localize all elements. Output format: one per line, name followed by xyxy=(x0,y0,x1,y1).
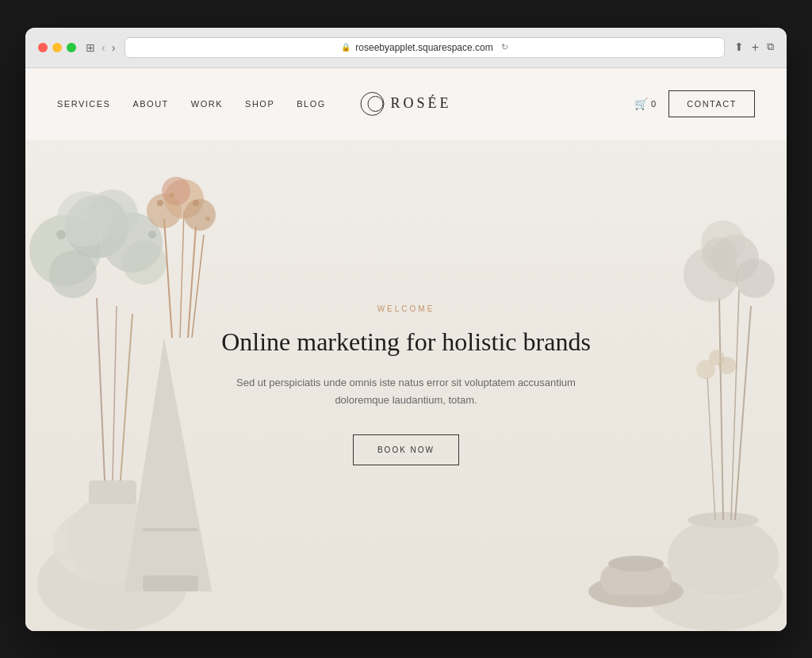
hero-headline: Online marketing for holistic brands xyxy=(216,326,596,359)
cart-button[interactable]: 🛒 0 xyxy=(634,98,656,110)
nav-about[interactable]: ABOUT xyxy=(132,99,168,109)
hero-section: WELCOME Online marketing for holistic br… xyxy=(25,140,787,631)
address-bar[interactable]: 🔒 roseebyapplet.squarespace.com ↻ xyxy=(124,37,724,58)
nav-shop[interactable]: SHOP xyxy=(245,99,274,109)
minimize-button[interactable] xyxy=(52,43,62,52)
new-tab-icon[interactable]: + xyxy=(752,40,759,55)
tabs-icon[interactable]: ⧉ xyxy=(767,40,774,55)
nav-logo[interactable]: ROSÉE xyxy=(360,92,451,116)
hero-text: WELCOME Online marketing for holistic br… xyxy=(216,304,596,466)
lock-icon: 🔒 xyxy=(341,43,350,52)
browser-controls: ⊞ ‹ › xyxy=(86,41,115,54)
book-now-button[interactable]: BOOK NOW xyxy=(353,434,459,465)
back-button[interactable]: ‹ xyxy=(102,41,105,54)
reload-icon[interactable]: ↻ xyxy=(501,42,508,52)
browser-actions: ⬆ + ⧉ xyxy=(734,40,774,55)
forward-button[interactable]: › xyxy=(112,41,116,54)
site-nav: SERVICES ABOUT WORK SHOP BLOG ROSÉE 🛒 0 … xyxy=(25,68,787,140)
traffic-lights xyxy=(38,43,76,52)
maximize-button[interactable] xyxy=(67,43,76,52)
nav-services[interactable]: SERVICES xyxy=(57,99,110,109)
contact-button[interactable]: CONTACT xyxy=(668,90,755,117)
url-text: roseebyapplet.squarespace.com xyxy=(355,42,492,53)
browser-chrome: ⊞ ‹ › 🔒 roseebyapplet.squarespace.com ↻ … xyxy=(25,28,787,68)
website-content: SERVICES ABOUT WORK SHOP BLOG ROSÉE 🛒 0 … xyxy=(25,68,787,631)
welcome-label: WELCOME xyxy=(216,304,596,313)
logo-icon xyxy=(360,92,384,116)
nav-left: SERVICES ABOUT WORK SHOP BLOG xyxy=(57,99,326,109)
cart-count: 0 xyxy=(651,99,656,109)
nav-blog[interactable]: BLOG xyxy=(297,99,326,109)
cart-icon: 🛒 xyxy=(634,98,648,110)
sidebar-toggle-icon[interactable]: ⊞ xyxy=(86,41,95,54)
browser-window: ⊞ ‹ › 🔒 roseebyapplet.squarespace.com ↻ … xyxy=(25,28,787,631)
logo-text: ROSÉE xyxy=(390,95,451,112)
nav-work[interactable]: WORK xyxy=(191,99,223,109)
close-button[interactable] xyxy=(38,43,48,52)
share-icon[interactable]: ⬆ xyxy=(734,40,744,55)
hero-subtext: Sed ut perspiciatis unde omnis iste natu… xyxy=(216,374,596,409)
nav-right: 🛒 0 CONTACT xyxy=(634,90,755,117)
